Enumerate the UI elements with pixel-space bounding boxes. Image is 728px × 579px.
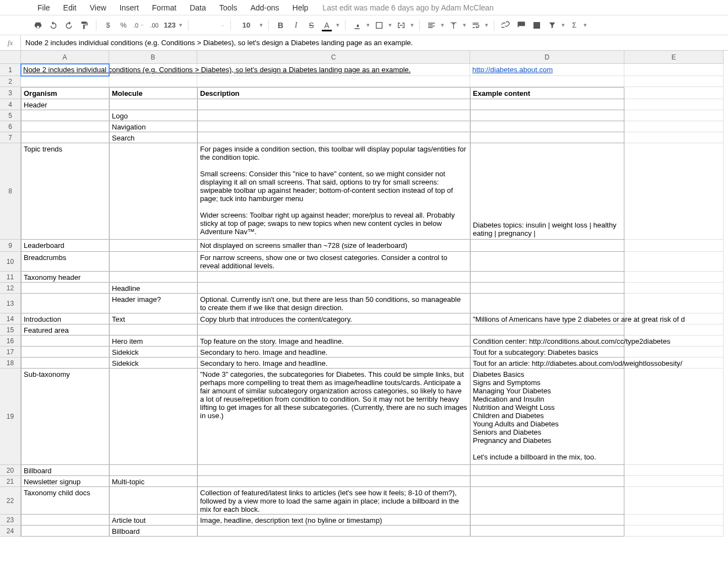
cell-D23[interactable]: [470, 515, 624, 526]
cell-E17[interactable]: [624, 347, 724, 358]
cell-A4[interactable]: Header: [21, 99, 109, 110]
cell-C12[interactable]: [197, 283, 470, 294]
font-size-input[interactable]: 10: [235, 21, 257, 29]
menu-data[interactable]: Data: [184, 1, 212, 14]
row-header-1[interactable]: 1: [0, 64, 21, 76]
cell-D2[interactable]: [470, 76, 624, 87]
cell-B6[interactable]: Navigation: [109, 121, 197, 132]
cell-B16[interactable]: Hero item: [109, 336, 197, 347]
cell-A13[interactable]: [21, 294, 109, 313]
cell-B9[interactable]: [109, 240, 197, 252]
cell-C3[interactable]: Description: [197, 87, 470, 99]
cell-A23[interactable]: [21, 515, 109, 526]
cell-B7[interactable]: Search: [109, 132, 197, 143]
col-header-C[interactable]: C: [197, 51, 470, 64]
cell-A6[interactable]: [21, 121, 109, 132]
cell-A20[interactable]: Billboard: [21, 465, 109, 476]
cell-C15[interactable]: [197, 324, 470, 336]
row-header-14[interactable]: 14: [0, 313, 21, 324]
cell-B21[interactable]: Multi-topic: [109, 476, 197, 487]
cell-D6[interactable]: [470, 121, 624, 132]
cell-A2[interactable]: [21, 76, 109, 87]
cell-D22[interactable]: [470, 487, 624, 515]
horizontal-align-icon[interactable]: [424, 18, 439, 33]
menu-help[interactable]: Help: [287, 1, 314, 14]
row-header-7[interactable]: 7: [0, 132, 21, 143]
col-header-A[interactable]: A: [21, 51, 109, 64]
row-header-22[interactable]: 22: [0, 487, 21, 515]
cell-C20[interactable]: [197, 465, 470, 476]
cell-C18[interactable]: Secondary to hero. Image and headline.: [197, 358, 470, 369]
cell-D7[interactable]: [470, 132, 624, 143]
percent-button[interactable]: %: [116, 18, 131, 33]
menu-edit[interactable]: Edit: [58, 1, 82, 14]
cell-A19[interactable]: Sub-taxonomy: [21, 369, 109, 465]
cell-A21[interactable]: Newsletter signup: [21, 476, 109, 487]
text-wrap-icon[interactable]: [468, 18, 483, 33]
cell-E23[interactable]: [624, 515, 724, 526]
cell-E10[interactable]: [624, 252, 724, 272]
cell-E19[interactable]: [624, 369, 724, 465]
cell-D20[interactable]: [470, 465, 624, 476]
text-color-button[interactable]: A: [320, 18, 334, 33]
filter-icon[interactable]: [545, 18, 559, 33]
redo-icon[interactable]: [62, 18, 76, 33]
cell-A1[interactable]: Node 2 includes individual conditions (e…: [21, 64, 109, 76]
cell-D15[interactable]: [470, 324, 624, 336]
strikethrough-button[interactable]: S: [304, 18, 319, 33]
spreadsheet-grid[interactable]: ABCDE 1234567891011121314151617181920212…: [0, 51, 728, 579]
cell-C2[interactable]: [197, 76, 470, 87]
cell-E20[interactable]: [624, 465, 724, 476]
borders-icon[interactable]: [372, 18, 386, 33]
cell-A22[interactable]: Taxonomy child docs: [21, 487, 109, 515]
last-edit-label[interactable]: Last edit was made 6 days ago by Adam Mc…: [322, 3, 494, 12]
cell-C21[interactable]: [197, 476, 470, 487]
cell-E2[interactable]: [624, 76, 724, 87]
merge-cells-icon[interactable]: [394, 18, 408, 33]
menu-addons[interactable]: Add-ons: [245, 1, 284, 14]
row-header-11[interactable]: 11: [0, 272, 21, 283]
menu-view[interactable]: View: [84, 1, 112, 14]
row-header-16[interactable]: 16: [0, 336, 21, 347]
cell-B15[interactable]: [109, 324, 197, 336]
cell-A24[interactable]: [21, 526, 109, 537]
row-header-6[interactable]: 6: [0, 121, 21, 132]
row-header-13[interactable]: 13: [0, 294, 21, 313]
italic-button[interactable]: I: [289, 18, 303, 33]
fill-color-icon[interactable]: [350, 18, 364, 33]
cell-C14[interactable]: Copy blurb that introduces the content/c…: [197, 313, 470, 324]
cell-E12[interactable]: [624, 283, 724, 294]
row-header-17[interactable]: 17: [0, 347, 21, 358]
cell-C23[interactable]: Image, headline, description text (no by…: [197, 515, 470, 526]
cell-A10[interactable]: Breadcrumbs: [21, 252, 109, 272]
cell-B24[interactable]: Billboard: [109, 526, 197, 537]
print-icon[interactable]: [31, 18, 45, 33]
menu-file[interactable]: File: [32, 1, 56, 14]
cell-D5[interactable]: [470, 110, 624, 121]
menu-format[interactable]: Format: [147, 1, 182, 14]
cell-A17[interactable]: [21, 347, 109, 358]
cell-E13[interactable]: [624, 294, 724, 313]
cell-D1[interactable]: http://diabetes.about.com: [470, 64, 624, 76]
cell-C9[interactable]: Not displayed on screens smaller than ~7…: [197, 240, 470, 252]
cell-E8[interactable]: [624, 143, 724, 240]
cell-E21[interactable]: [624, 476, 724, 487]
menu-insert[interactable]: Insert: [114, 1, 144, 14]
row-header-3[interactable]: 3: [0, 87, 21, 99]
cell-B5[interactable]: Logo: [109, 110, 197, 121]
cell-A8[interactable]: Topic trends: [21, 143, 109, 240]
cell-B19[interactable]: [109, 369, 197, 465]
cell-B10[interactable]: [109, 252, 197, 272]
cell-C17[interactable]: Secondary to hero. Image and headline.: [197, 347, 470, 358]
cell-E11[interactable]: [624, 272, 724, 283]
cell-D8[interactable]: Diabetes topics: insulin | weight loss |…: [470, 143, 624, 240]
row-header-2[interactable]: 2: [0, 76, 21, 87]
cell-B12[interactable]: Headline: [109, 283, 197, 294]
cell-C13[interactable]: Optional. Currently isn't one, but there…: [197, 294, 470, 313]
row-header-10[interactable]: 10: [0, 252, 21, 272]
cell-E7[interactable]: [624, 132, 724, 143]
col-header-E[interactable]: E: [624, 51, 724, 64]
cell-A7[interactable]: [21, 132, 109, 143]
paint-format-icon[interactable]: [77, 18, 91, 33]
cell-D14[interactable]: "Millions of Americans have type 2 diabe…: [470, 313, 624, 324]
